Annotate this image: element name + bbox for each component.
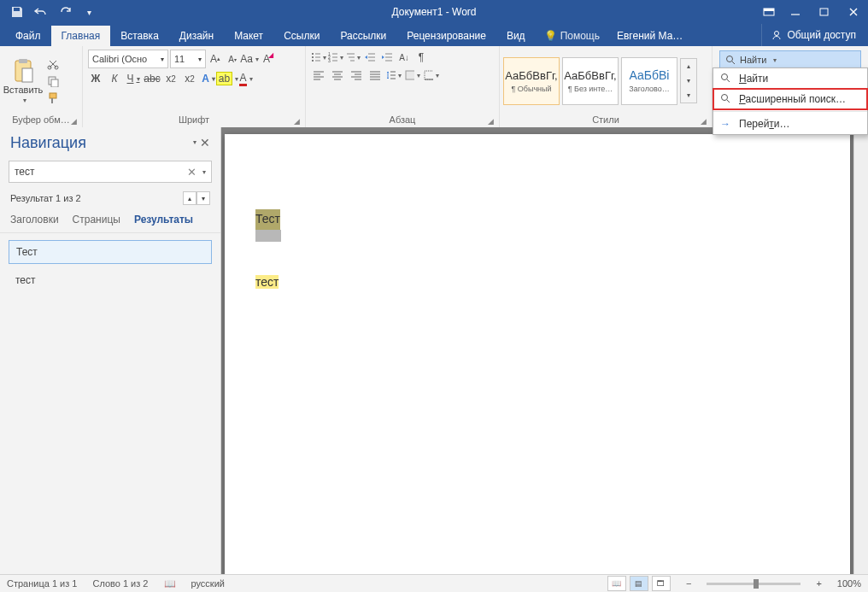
status-words[interactable]: Слово 1 из 2	[92, 578, 148, 589]
style-normal[interactable]: АаБбВвГг,¶ Обычный	[503, 57, 560, 105]
indent-inc-icon[interactable]	[379, 50, 395, 65]
tab-home[interactable]: Главная	[51, 26, 111, 46]
subscript-button[interactable]: x2	[163, 71, 179, 86]
styles-dialog-icon[interactable]: ◢	[701, 117, 707, 126]
format-painter-icon[interactable]	[44, 91, 62, 106]
align-center-icon[interactable]	[330, 67, 345, 83]
paste-button[interactable]: Вставить ▾	[3, 58, 43, 104]
zoom-level[interactable]: 100%	[837, 578, 861, 589]
tab-layout[interactable]: Макет	[224, 26, 273, 46]
zoom-in-icon[interactable]: +	[816, 578, 821, 589]
para-dialog-icon[interactable]: ◢	[488, 117, 494, 126]
find-menu-find[interactable]: Найти	[713, 68, 867, 89]
align-right-icon[interactable]	[349, 67, 364, 83]
view-print-icon[interactable]: ▤	[630, 576, 648, 591]
line-spacing-icon[interactable]: ▾	[386, 67, 402, 83]
italic-button[interactable]: К	[107, 71, 122, 86]
next-result-icon[interactable]: ▾	[196, 191, 210, 205]
zoom-slider[interactable]	[707, 583, 801, 585]
bold-button[interactable]: Ж	[88, 71, 103, 86]
strike-button[interactable]: abc	[144, 71, 160, 86]
highlight-icon[interactable]: ab▾	[220, 71, 235, 86]
status-page[interactable]: Страница 1 из 1	[7, 578, 77, 589]
style-heading1[interactable]: АаБбВіЗаголово…	[621, 57, 677, 105]
align-left-icon[interactable]	[311, 67, 326, 83]
show-marks-icon[interactable]: ¶	[413, 50, 429, 65]
account-user[interactable]: Евгений Ма…	[608, 26, 691, 46]
vertical-scrollbar[interactable]	[853, 127, 868, 575]
find-menu-goto[interactable]: → Перейти…	[713, 114, 867, 134]
font-size-combo[interactable]: 11▾	[170, 50, 206, 68]
ribbon: Вставить ▾ Буфер обм…◢ Calibri (Осно▾ 11…	[0, 46, 868, 128]
view-web-icon[interactable]: 🗔	[652, 576, 671, 591]
view-read-icon[interactable]: 📖	[607, 576, 626, 591]
clipboard-dialog-icon[interactable]: ◢	[71, 117, 77, 126]
borders-icon[interactable]: ▾	[424, 67, 439, 83]
sort-icon[interactable]: A↓	[396, 50, 412, 65]
nav-close-icon[interactable]: ✕	[196, 132, 214, 153]
shrink-font-icon[interactable]: A▾	[225, 51, 240, 67]
close-button[interactable]	[839, 0, 868, 24]
tell-me[interactable]: 💡 Помощь	[536, 26, 608, 46]
find-button[interactable]: Найти▾	[719, 50, 861, 69]
result-item[interactable]: тест	[9, 269, 212, 291]
title-bar: ▾ Документ1 - Word	[0, 0, 868, 24]
clear-search-icon[interactable]: ✕	[184, 166, 200, 179]
tab-design[interactable]: Дизайн	[169, 26, 224, 46]
nav-search-input[interactable]: тест ✕ ▾	[9, 161, 212, 183]
tab-insert[interactable]: Вставка	[110, 26, 169, 46]
numbering-icon[interactable]: 123▾	[328, 50, 343, 65]
text-effects-icon[interactable]: A▾	[201, 71, 216, 86]
nav-tab-pages[interactable]: Страницы	[73, 214, 120, 226]
nav-tab-results[interactable]: Результаты	[134, 214, 193, 226]
share-button[interactable]: Общий доступ	[761, 24, 865, 46]
paste-icon	[12, 58, 34, 84]
status-language[interactable]: русский	[191, 578, 225, 589]
tab-review[interactable]: Рецензирование	[396, 26, 496, 46]
clear-format-icon[interactable]: A◢	[259, 51, 274, 67]
style-no-spacing[interactable]: АаБбВвГг,¶ Без инте…	[562, 57, 619, 105]
superscript-button[interactable]: x2	[182, 71, 197, 86]
nav-tab-headings[interactable]: Заголовки	[10, 214, 59, 226]
cut-icon[interactable]	[44, 56, 62, 72]
group-font: Шрифт◢	[86, 113, 302, 127]
change-case-icon[interactable]: Aa▾	[242, 51, 257, 67]
tab-file[interactable]: Файл	[5, 26, 51, 46]
font-color-icon[interactable]: A▾	[238, 71, 254, 86]
search-options-icon[interactable]: ▾	[202, 168, 206, 176]
document-page[interactable]: Тест тест	[225, 134, 850, 575]
zoom-out-icon[interactable]: −	[686, 578, 691, 589]
find-menu-advanced[interactable]: Расширенный поиск…	[713, 89, 867, 109]
ribbon-options-icon[interactable]	[757, 0, 781, 24]
tab-mailings[interactable]: Рассылки	[330, 26, 396, 46]
redo-icon[interactable]	[55, 3, 75, 21]
multilevel-icon[interactable]: ▾	[345, 50, 361, 65]
styles-up-icon[interactable]: ▴	[681, 59, 696, 73]
copy-icon[interactable]	[44, 73, 62, 89]
styles-down-icon[interactable]: ▾	[681, 73, 696, 88]
bullets-icon[interactable]: ▾	[311, 50, 326, 65]
spellcheck-icon[interactable]: 📖	[164, 578, 176, 589]
search-icon	[720, 93, 732, 105]
align-justify-icon[interactable]	[367, 67, 383, 83]
maximize-button[interactable]	[810, 0, 839, 24]
styles-more-icon[interactable]: ▾	[681, 88, 696, 103]
svg-text:3: 3	[328, 58, 331, 62]
svg-rect-1	[764, 9, 774, 11]
grow-font-icon[interactable]: A▴	[208, 51, 223, 67]
font-name-combo[interactable]: Calibri (Осно▾	[88, 50, 168, 68]
underline-button[interactable]: Ч▾	[126, 71, 141, 86]
save-icon[interactable]	[7, 3, 27, 21]
undo-icon[interactable]	[31, 3, 51, 21]
search-icon	[720, 73, 732, 85]
qat-customize-icon[interactable]: ▾	[79, 3, 99, 21]
minimize-button[interactable]	[781, 0, 810, 24]
prev-result-icon[interactable]: ▴	[183, 191, 196, 205]
svg-rect-10	[51, 79, 58, 87]
indent-dec-icon[interactable]	[362, 50, 378, 65]
result-item[interactable]: Тест	[9, 240, 212, 264]
font-dialog-icon[interactable]: ◢	[294, 117, 300, 126]
tab-view[interactable]: Вид	[496, 26, 536, 46]
shading-icon[interactable]: ▾	[405, 67, 420, 83]
tab-references[interactable]: Ссылки	[273, 26, 330, 46]
